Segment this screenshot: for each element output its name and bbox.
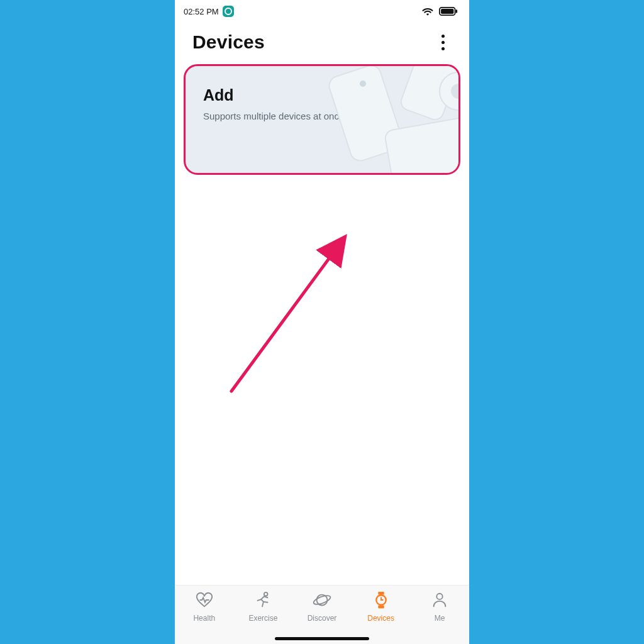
- more-menu-button[interactable]: [433, 32, 453, 52]
- person-icon: [430, 591, 449, 611]
- heart-icon: [195, 591, 214, 611]
- content-area: Add Supports multiple devices at once.: [175, 64, 469, 585]
- add-card-title: Add: [203, 86, 441, 104]
- status-right: [421, 6, 458, 16]
- status-bar: 02:52 PM: [175, 0, 469, 23]
- svg-rect-1: [441, 9, 453, 14]
- status-time: 02:52 PM: [184, 7, 219, 16]
- running-icon: [253, 591, 272, 611]
- nav-exercise[interactable]: Exercise: [234, 591, 293, 623]
- wifi-icon: [421, 6, 434, 16]
- svg-point-7: [451, 84, 460, 99]
- nav-label: Health: [193, 614, 215, 623]
- svg-point-10: [264, 592, 268, 596]
- watch-icon: [372, 591, 391, 611]
- status-left: 02:52 PM: [184, 6, 234, 17]
- more-vertical-icon: [441, 35, 445, 50]
- svg-rect-13: [378, 592, 384, 595]
- nav-devices[interactable]: Devices: [352, 591, 411, 623]
- nav-discover[interactable]: Discover: [292, 591, 352, 623]
- nav-label: Me: [435, 614, 445, 623]
- svg-point-6: [440, 72, 460, 110]
- nav-label: Devices: [367, 614, 394, 623]
- page-title: Devices: [192, 31, 265, 53]
- svg-rect-18: [380, 599, 384, 601]
- svg-rect-14: [378, 605, 384, 608]
- svg-point-12: [313, 594, 331, 606]
- bottom-nav: Health Exercise Discover: [175, 585, 469, 644]
- svg-rect-2: [455, 9, 457, 13]
- annotation-arrow-icon: [219, 234, 357, 397]
- page-header: Devices: [175, 23, 469, 64]
- nav-health[interactable]: Health: [175, 591, 234, 623]
- phone-frame: 02:52 PM Devices: [175, 0, 469, 644]
- battery-icon: [439, 6, 458, 16]
- svg-line-9: [231, 242, 341, 391]
- status-app-badge-icon: [223, 6, 234, 17]
- svg-rect-5: [384, 115, 460, 175]
- nav-label: Discover: [308, 614, 337, 623]
- add-device-card[interactable]: Add Supports multiple devices at once.: [184, 64, 460, 175]
- home-indicator[interactable]: [275, 637, 369, 640]
- svg-point-19: [436, 594, 442, 599]
- planet-icon: [313, 591, 331, 611]
- add-card-subtitle: Supports multiple devices at once.: [203, 111, 441, 121]
- nav-me[interactable]: Me: [410, 591, 469, 623]
- nav-label: Exercise: [248, 614, 277, 623]
